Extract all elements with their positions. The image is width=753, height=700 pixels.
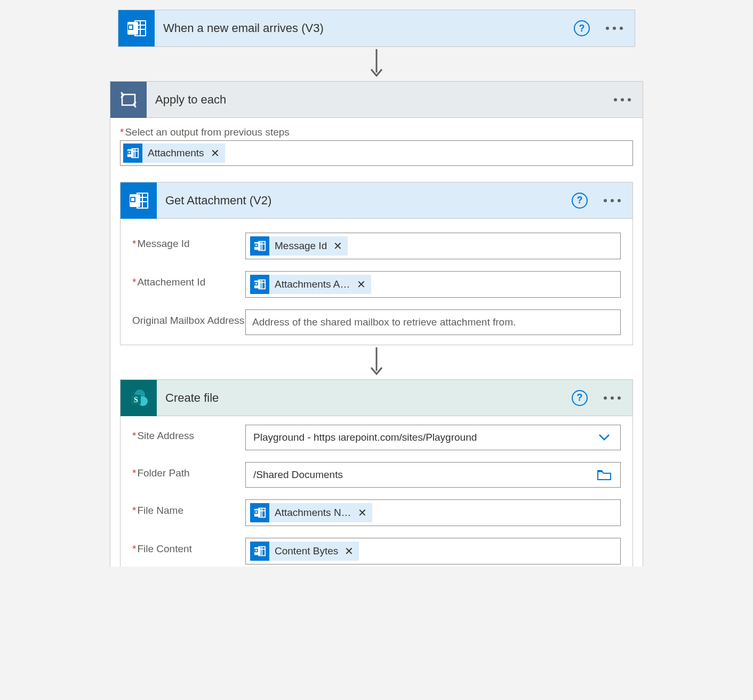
flow-arrow bbox=[0, 47, 753, 81]
select-output-label: *Select an output from previous steps bbox=[120, 126, 633, 138]
help-icon[interactable]: ? bbox=[572, 193, 588, 209]
create-file-header[interactable]: S Create file ? bbox=[121, 380, 632, 416]
apply-to-each-header[interactable]: Apply to each bbox=[110, 82, 643, 118]
mailbox-label: Original Mailbox Address bbox=[132, 309, 245, 327]
remove-token-button[interactable]: ✕ bbox=[333, 240, 342, 252]
mailbox-input[interactable]: Address of the shared mailbox to retriev… bbox=[245, 309, 621, 335]
select-output-input[interactable]: Attachments ✕ bbox=[120, 140, 633, 166]
trigger-header[interactable]: When a new email arrives (V3) ? bbox=[118, 10, 635, 46]
sharepoint-icon: S bbox=[121, 380, 157, 416]
trigger-title: When a new email arrives (V3) bbox=[155, 21, 574, 35]
remove-token-button[interactable]: ✕ bbox=[345, 545, 354, 558]
outlook-icon bbox=[250, 236, 269, 256]
get-attachment-card: Get Attachment (V2) ? *Message Id bbox=[120, 182, 633, 345]
more-menu-button[interactable] bbox=[599, 196, 625, 205]
token-attachment-id[interactable]: Attachments A… ✕ bbox=[250, 275, 371, 294]
token-file-name[interactable]: Attachments N… ✕ bbox=[250, 503, 372, 522]
site-address-label: *Site Address bbox=[132, 425, 245, 442]
remove-token-button[interactable]: ✕ bbox=[358, 506, 367, 519]
message-id-input[interactable]: Message Id ✕ bbox=[245, 233, 621, 259]
outlook-icon bbox=[118, 10, 155, 46]
token-attachments[interactable]: Attachments ✕ bbox=[123, 144, 225, 163]
chevron-down-icon[interactable] bbox=[592, 434, 616, 441]
remove-token-button[interactable]: ✕ bbox=[357, 278, 366, 291]
folder-path-label: *Folder Path bbox=[132, 462, 245, 479]
get-attachment-title: Get Attachment (V2) bbox=[157, 194, 572, 208]
site-address-select[interactable]: Playground - https ιarepoint.com/sites/P… bbox=[245, 425, 621, 450]
file-content-input[interactable]: Content Bytes ✕ bbox=[245, 538, 621, 564]
token-message-id[interactable]: Message Id ✕ bbox=[250, 236, 348, 256]
svg-rect-7 bbox=[122, 94, 135, 105]
more-menu-button[interactable] bbox=[599, 393, 625, 403]
apply-to-each-card: Apply to each *Select an output from pre… bbox=[110, 81, 643, 567]
create-file-card: S Create file ? *Site Address Playground… bbox=[120, 379, 633, 567]
outlook-icon bbox=[250, 275, 269, 294]
get-attachment-header[interactable]: Get Attachment (V2) ? bbox=[121, 182, 632, 219]
file-content-label: *File Content bbox=[132, 538, 245, 555]
file-name-input[interactable]: Attachments N… ✕ bbox=[245, 499, 621, 526]
token-file-content[interactable]: Content Bytes ✕ bbox=[250, 542, 359, 561]
attachment-id-input[interactable]: Attachments A… ✕ bbox=[245, 271, 621, 298]
file-name-label: *File Name bbox=[132, 499, 245, 516]
more-menu-button[interactable] bbox=[610, 95, 635, 105]
help-icon[interactable]: ? bbox=[574, 20, 590, 36]
loop-icon bbox=[110, 82, 147, 118]
attachment-id-label: *Attachement Id bbox=[132, 271, 245, 288]
more-menu-button[interactable] bbox=[602, 23, 627, 33]
svg-text:S: S bbox=[134, 396, 138, 404]
outlook-icon bbox=[123, 144, 142, 163]
outlook-icon bbox=[250, 503, 269, 522]
help-icon[interactable]: ? bbox=[572, 390, 588, 406]
remove-token-button[interactable]: ✕ bbox=[211, 147, 220, 160]
create-file-title: Create file bbox=[157, 391, 572, 405]
folder-path-input[interactable]: /Shared Documents bbox=[245, 462, 621, 488]
outlook-icon bbox=[250, 542, 269, 561]
message-id-label: *Message Id bbox=[132, 233, 245, 250]
folder-picker-icon[interactable] bbox=[592, 470, 616, 480]
trigger-card[interactable]: When a new email arrives (V3) ? bbox=[118, 10, 635, 47]
apply-to-each-title: Apply to each bbox=[147, 93, 610, 107]
outlook-icon bbox=[121, 182, 157, 219]
flow-arrow bbox=[120, 345, 633, 379]
